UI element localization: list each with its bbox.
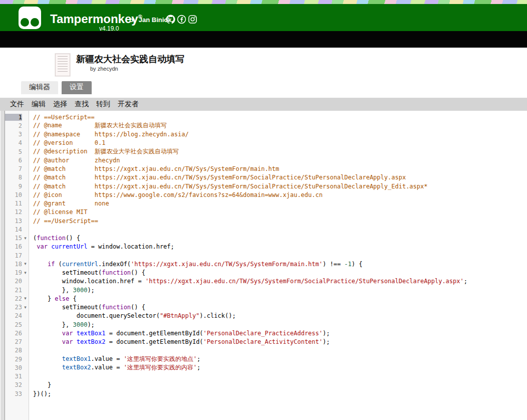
code-line-content: })(); — [29, 390, 51, 397]
code-line[interactable]: 5// @description 新疆农业大学社会实践自动填写 — [0, 147, 527, 156]
code-line[interactable]: 20 window.location.href = 'https://xgxt.… — [0, 277, 527, 286]
menu-item-developer[interactable]: 开发者 — [118, 100, 139, 109]
logo-eye-right — [31, 18, 39, 27]
code-line[interactable]: 13// ==/UserScript== — [0, 217, 527, 225]
code-line-content: // ==UserScript== — [29, 114, 95, 121]
code-line[interactable]: 18▾ if (currentUrl.indexOf('https://xgxt… — [0, 260, 527, 268]
line-number: 4 — [5, 139, 22, 146]
code-line[interactable]: 31 — [0, 372, 527, 381]
instagram-icon[interactable] — [188, 15, 197, 24]
code-line[interactable]: 15▾(function() { — [0, 234, 527, 243]
code-line-content: if (currentUrl.indexOf('https://xgxt.xja… — [29, 261, 363, 268]
line-number: 1 — [5, 114, 22, 121]
code-line-content: // @description 新疆农业大学社会实践自动填写 — [29, 147, 179, 156]
menu-item-find[interactable]: 查找 — [75, 100, 89, 109]
code-line-content: setTimeout(function() { — [29, 304, 145, 311]
code-line[interactable]: 9// @match https://xgxt.xjau.edu.cn/TW/S… — [0, 182, 527, 190]
code-line[interactable]: 23▾ setTimeout(function() { — [0, 303, 527, 312]
code-line[interactable]: 16 var currentUrl = window.location.href… — [0, 243, 527, 251]
code-line[interactable]: 30 textBox2.value = '这里填写你要实践的内容'; — [0, 363, 527, 372]
code-line-content: setTimeout(function() { — [29, 269, 145, 276]
github-icon[interactable] — [166, 15, 175, 24]
menu-item-select[interactable]: 选择 — [53, 100, 67, 109]
code-line[interactable]: 4// @version 0.1 — [0, 139, 527, 147]
code-line[interactable]: 33})(); — [0, 389, 527, 398]
code-line-content: var textBox1 = document.getElementById('… — [29, 330, 330, 337]
code-line-content: textBox1.value = '这里填写你要实践的地点'; — [29, 355, 200, 363]
code-line-content: }, 3000); — [29, 287, 95, 294]
line-number: 5 — [5, 148, 22, 155]
code-line[interactable]: 7// @match https://xgxt.xjau.edu.cn/TW/S… — [0, 165, 527, 173]
code-line-content: }, 3000); — [29, 321, 95, 328]
code-line[interactable]: 27 var textBox2 = document.getElementByI… — [0, 338, 527, 346]
line-number: 26 — [5, 330, 22, 337]
line-number: 24 — [5, 312, 22, 319]
tampermonkey-logo-icon — [19, 7, 41, 29]
logo-eye-left — [21, 18, 29, 27]
line-number: 32 — [5, 381, 22, 388]
line-number: 17 — [5, 252, 22, 259]
code-line-content: // @match https://xgxt.xjau.edu.cn/TW/Sy… — [29, 165, 279, 172]
line-number: 21 — [5, 287, 22, 294]
line-number: 7 — [5, 165, 22, 172]
tabs-gap — [0, 94, 527, 98]
code-line-content: // @grant none — [29, 200, 109, 207]
code-line-content: // @name 新疆农大社会实践自动填写 — [29, 121, 167, 130]
code-line[interactable]: 17 — [0, 251, 527, 260]
code-line-content: // @license MIT — [29, 208, 87, 216]
code-line-content: // @namespace https://blog.zhecydn.asia/ — [29, 131, 189, 138]
fold-arrow-icon[interactable]: ▾ — [22, 260, 29, 268]
menu-item-goto[interactable]: 转到 — [96, 100, 110, 109]
line-number: 30 — [5, 364, 22, 371]
tabs-row: 编辑器 设置 — [0, 81, 527, 94]
line-number: 19 — [5, 269, 22, 276]
fold-arrow-icon[interactable]: ▾ — [22, 294, 29, 303]
code-line[interactable]: 1// ==UserScript== — [0, 113, 527, 121]
social-icons — [166, 15, 197, 24]
code-line[interactable]: 14 — [0, 225, 527, 234]
line-number: 20 — [5, 278, 22, 285]
code-line[interactable]: 6// @author zhecydn — [0, 156, 527, 164]
fold-arrow-icon[interactable]: ▾ — [22, 269, 29, 277]
fold-arrow-icon[interactable]: ▾ — [22, 303, 29, 312]
code-line[interactable]: 28 — [0, 346, 527, 355]
code-line-content: textBox2.value = '这里填写你要实践的内容'; — [29, 363, 200, 372]
code-line[interactable]: 29 textBox1.value = '这里填写你要实践的地点'; — [0, 355, 527, 363]
tab-settings[interactable]: 设置 — [62, 81, 92, 94]
code-line[interactable]: 11// @grant none — [0, 199, 527, 208]
code-line[interactable]: 10// @icon https://www.google.com/s2/fav… — [0, 190, 527, 199]
code-line[interactable]: 21 }, 3000); — [0, 286, 527, 294]
line-number: 23 — [5, 304, 22, 311]
tab-editor[interactable]: 编辑器 — [21, 81, 58, 94]
line-number: 6 — [5, 157, 22, 164]
fold-arrow-icon[interactable]: ▾ — [22, 234, 29, 243]
line-number: 3 — [5, 131, 22, 138]
line-number: 25 — [5, 321, 22, 328]
line-number: 22 — [5, 295, 22, 302]
code-line-content: // @match https://xgxt.xjau.edu.cn/TW/Sy… — [29, 183, 427, 190]
line-number: 18 — [5, 261, 22, 268]
code-editor[interactable]: 1// ==UserScript==2// @name 新疆农大社会实践自动填写… — [0, 111, 527, 420]
code-line[interactable]: 24 document.querySelector("#BtnApply").c… — [0, 312, 527, 320]
brand-header: Tampermonkey® v4.19.0 by Jan Biniok — [0, 4, 527, 31]
code-line[interactable]: 3// @namespace https://blog.zhecydn.asia… — [0, 130, 527, 139]
line-number: 13 — [5, 218, 22, 225]
code-line-content: // @icon https://www.google.com/s2/favic… — [29, 191, 323, 198]
code-line[interactable]: 19▾ setTimeout(function() { — [0, 269, 527, 277]
menu-item-file[interactable]: 文件 — [10, 100, 24, 109]
line-number: 33 — [5, 390, 22, 397]
brand-byline: by Jan Biniok — [129, 16, 172, 24]
facebook-icon[interactable] — [177, 15, 186, 24]
code-line[interactable]: 12// @license MIT — [0, 208, 527, 217]
script-header: 新疆农大社会实践自动填写 by zhecydn — [0, 48, 527, 81]
code-line[interactable]: 8// @match https://xgxt.xjau.edu.cn/TW/S… — [0, 173, 527, 182]
code-line[interactable]: 22▾ } else { — [0, 294, 527, 303]
menu-item-edit[interactable]: 编辑 — [32, 100, 46, 109]
line-number: 9 — [5, 183, 22, 190]
code-line[interactable]: 32 } — [0, 381, 527, 389]
code-line[interactable]: 25 }, 3000); — [0, 320, 527, 329]
code-line-content: } — [29, 381, 51, 388]
line-number: 15 — [5, 235, 22, 242]
code-line[interactable]: 2// @name 新疆农大社会实践自动填写 — [0, 121, 527, 130]
code-line[interactable]: 26 var textBox1 = document.getElementByI… — [0, 329, 527, 337]
